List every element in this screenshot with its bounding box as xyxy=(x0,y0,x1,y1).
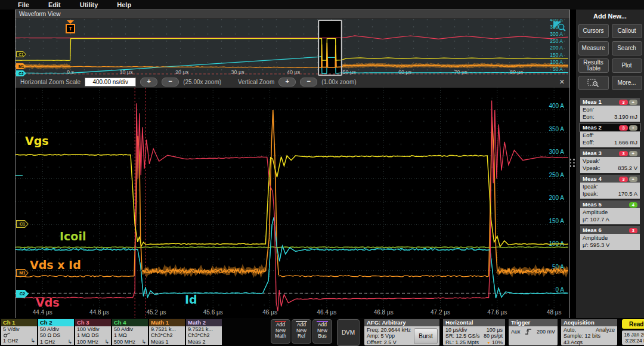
measurement-header[interactable]: Meas 13+ xyxy=(580,98,640,106)
channel-badge-text: 5 V/div xyxy=(3,326,20,332)
add-new-bus-button[interactable]: AddNewBus xyxy=(312,319,332,344)
measurement-body: Ipeak'Ipeak:170.5 A xyxy=(580,183,640,199)
trace-vds-x-id xyxy=(16,276,134,277)
zoom-magnifier-icon[interactable] xyxy=(553,21,566,32)
channel-badge-text: 9.7521 k... xyxy=(188,326,213,332)
source-badge: + xyxy=(629,177,637,182)
dvm-button[interactable]: DVM xyxy=(337,319,360,346)
channel-badge-text: 500 MHz xyxy=(114,339,135,345)
measurement-name: Meas 1 xyxy=(583,98,602,105)
corner-arrow-icon: ↳ xyxy=(30,338,35,344)
channel-badge-row: 1 MΩ DS xyxy=(77,332,109,338)
menu-item-file[interactable]: File xyxy=(18,1,29,8)
trace-id xyxy=(16,217,568,298)
horizontal-zoom-scale-input[interactable] xyxy=(85,78,136,86)
acquisition-mode: Auto, xyxy=(564,327,576,333)
measurement-header[interactable]: Meas 33+ xyxy=(580,149,640,157)
channel-badge-ch-4[interactable]: Ch 450 A/div1 MΩ500 MHz↳ xyxy=(112,319,148,345)
measurement-item-4[interactable]: Meas 43+Ipeak'Ipeak:170.5 A xyxy=(580,175,640,199)
trace-vgs xyxy=(16,39,568,61)
add-new-results-table-button[interactable]: Results Table xyxy=(578,58,609,73)
measurement-header[interactable]: Meas 43+ xyxy=(580,175,640,183)
panel-drag-handle[interactable] xyxy=(569,159,575,167)
add-new-more--button[interactable]: More... xyxy=(612,76,642,90)
measurement-body: Eon'Eon:3.190 mJ xyxy=(580,106,640,122)
channel-badge-math-2[interactable]: Math 29.7521 k...Ch3*Ch2Meas 2 xyxy=(186,319,222,345)
channel-badge-math-1[interactable]: Math 19.7521 k...Ch3*Ch2Meas 1 xyxy=(149,319,185,345)
burst-button[interactable]: Burst xyxy=(414,328,438,344)
trigger-panel[interactable]: Trigger Aux 200 mV xyxy=(509,319,558,345)
measurement-header[interactable]: Meas 54 xyxy=(580,200,640,208)
channel-badge-row: Ch3*Ch2 xyxy=(151,332,183,338)
channel-badge-text: 50 A/div xyxy=(40,326,59,332)
trace-vds-x-id xyxy=(70,66,319,67)
add-new-cursors-button[interactable]: Cursors xyxy=(578,24,609,38)
zoom-select-button[interactable] xyxy=(578,76,609,90)
channel-badge-ch-1[interactable]: Ch 15 V/div1 GHz↳ xyxy=(1,319,37,345)
measurement-line1: Vpeak' xyxy=(583,157,637,165)
source-badge: + xyxy=(629,151,637,156)
channel-badge-text: 100 V/div xyxy=(77,326,100,332)
horizontal-panel[interactable]: Horizontal 10 µs/div100 µs SR: 12.5 GS/s… xyxy=(443,319,505,345)
vertical-zoom-plus-button[interactable]: + xyxy=(278,78,296,86)
corner-arrow-icon: ↳ xyxy=(141,339,146,345)
measurement-item-3[interactable]: Meas 33+Vpeak'Vpeak:835.2 V xyxy=(580,149,640,173)
channel-badge-text: 1 MΩ DS xyxy=(77,332,99,338)
add-new-title: Add New... xyxy=(576,13,644,20)
add-new-math-button[interactable]: AddNewMath xyxy=(271,319,290,344)
zoom-region-box[interactable] xyxy=(318,20,343,76)
channel-badge-ch-3[interactable]: Ch 3100 V/div1 MΩ DS100 MHz↳ xyxy=(75,319,111,345)
add-new-plot-button[interactable]: Plot xyxy=(612,58,642,73)
add-new-measure-button[interactable]: Measure xyxy=(578,41,609,55)
trace-label-vds-x-id: Vds x Id xyxy=(30,258,81,271)
acquisition-title: Acquisition xyxy=(561,319,617,326)
channel-badge-header: Math 2 xyxy=(186,319,222,326)
measurement-value: Vpeak:835.2 V xyxy=(583,165,637,172)
channel-badge-row: 100 V/div xyxy=(77,326,109,332)
vertical-zoom-minus-button[interactable]: − xyxy=(300,78,317,86)
tab-waveform-view[interactable]: Waveform View xyxy=(16,10,569,19)
acquisition-analyze: Analyze xyxy=(596,327,615,333)
measurement-header[interactable]: Meas 63 xyxy=(580,226,640,234)
add-new-ref-button[interactable]: AddNewRef xyxy=(292,319,311,344)
channel-color-strip xyxy=(296,321,307,322)
channel-badge-text: Ch3*Ch2 xyxy=(188,332,210,338)
add-new-callout-button[interactable]: Callout xyxy=(612,24,642,38)
add-new-search-button[interactable]: Search xyxy=(612,41,642,55)
trace-icoil xyxy=(16,247,568,248)
horizontal-zoom-plus-button[interactable]: + xyxy=(140,78,157,86)
horizontal-sample-rate: SR: 12.5 GS/s xyxy=(445,333,480,339)
acquisition-overview-plot[interactable]: 0 s10 µs20 µs30 µs40 µs50 µs60 µs70 µs80… xyxy=(16,19,569,76)
trigger-position-marker[interactable]: T xyxy=(63,20,78,33)
channel-badge-row: 1 MΩ xyxy=(114,332,146,338)
measurement-item-2[interactable]: Meas 23+Eoff'Eoff:1.666 mJ xyxy=(580,123,640,147)
main-waveform-plot[interactable]: 400 A350 A300 A250 A200 A150 A100 A50 A0… xyxy=(16,88,569,318)
acquisition-panel[interactable]: Acquisition Auto,Analyze Sample: 12 bits… xyxy=(561,319,617,345)
horizontal-window: 100 µs xyxy=(487,327,503,333)
measurement-body: Eoff'Eoff:1.666 mJ xyxy=(580,131,640,147)
channel-badge-row: 100 MHz↳ xyxy=(77,339,109,345)
measurement-item-5[interactable]: Meas 54Amplitudeµ': 107.7 A xyxy=(580,200,640,224)
horizontal-zoom-minus-button[interactable]: − xyxy=(162,78,179,86)
bottom-settings-bar: Ch 15 V/div1 GHz↳Ch 250 A/div50 Ω DS1 GH… xyxy=(0,318,644,346)
measurement-name: Meas 5 xyxy=(583,201,602,208)
measurement-line1: Eoff' xyxy=(583,132,637,139)
measurement-header[interactable]: Meas 23+ xyxy=(580,123,640,131)
menu-item-help[interactable]: Help xyxy=(117,1,131,8)
channel-color-strip xyxy=(275,321,286,322)
close-icon[interactable]: ✕ xyxy=(559,78,565,86)
channel-badge-row: 9.7521 k... xyxy=(151,326,183,332)
channel-badge-body: 100 V/div1 MΩ DS100 MHz↳ xyxy=(75,326,111,345)
horizontal-scale: 10 µs/div xyxy=(445,327,467,333)
zoom-toolbar: Horizontal Zoom Scale + − (25.00x zoom) … xyxy=(16,76,569,88)
measurement-item-6[interactable]: Meas 63Amplitudeµ': 595.3 V xyxy=(580,226,640,250)
ready-status-button[interactable]: Ready xyxy=(622,319,644,329)
menu-item-edit[interactable]: Edit xyxy=(48,1,61,8)
menu-item-utility[interactable]: Utility xyxy=(80,1,98,8)
channel-badge-row: 5 V/div xyxy=(3,326,35,332)
measurement-item-1[interactable]: Meas 13+Eon'Eon:3.190 mJ xyxy=(580,98,640,122)
afg-panel[interactable]: AFG: Arbitrary Freq: 20.9644 kHz Amp: 5 … xyxy=(364,319,439,345)
channel-badge-ch-2[interactable]: Ch 250 A/div50 Ω DS1 GHz↳ xyxy=(38,319,74,345)
measurement-body: Amplitudeµ': 595.3 V xyxy=(580,234,640,250)
horizontal-title: Horizontal xyxy=(443,319,505,326)
